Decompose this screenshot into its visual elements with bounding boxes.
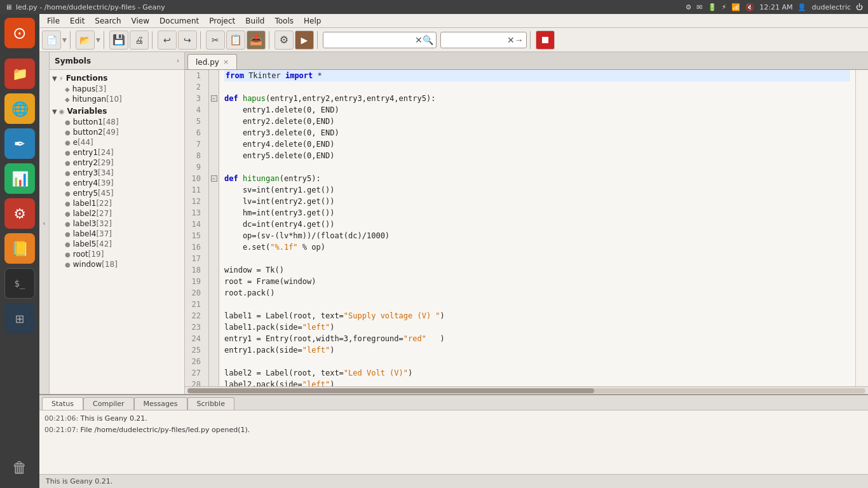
- menu-edit[interactable]: Edit: [65, 15, 90, 27]
- libreoffice-icon[interactable]: ✒: [4, 128, 35, 159]
- menu-tools[interactable]: Tools: [269, 15, 299, 27]
- tree-item-button1[interactable]: ● button1 [48]: [50, 117, 184, 127]
- menu-help[interactable]: Help: [299, 15, 326, 27]
- editor-tab-led-py[interactable]: led.py ×: [187, 54, 237, 69]
- redo-button[interactable]: ↪: [178, 30, 197, 50]
- trash-icon[interactable]: 🗑: [4, 452, 35, 483]
- code-line-26[interactable]: [224, 356, 850, 367]
- code-line-13[interactable]: hm=int(entry3.get()): [224, 207, 850, 219]
- copy-button[interactable]: 📋: [226, 30, 245, 50]
- cut-button[interactable]: ✂: [206, 30, 225, 50]
- tree-group-variables[interactable]: ▼ ◉ Variables: [50, 105, 184, 117]
- workspace-icon[interactable]: ⊞: [4, 303, 35, 334]
- tree-item-entry2[interactable]: ● entry2 [29]: [50, 158, 184, 168]
- tree-item-label3[interactable]: ● label3 [32]: [50, 219, 184, 229]
- code-line-19[interactable]: root = Frame(window): [224, 276, 850, 287]
- rednotebook-icon[interactable]: ⚙: [4, 198, 35, 229]
- code-line-3[interactable]: def hapus(entry1,entry2,entry3,entry4,en…: [224, 93, 850, 104]
- symbols-arrow[interactable]: ›: [177, 57, 179, 64]
- save-button[interactable]: 💾: [109, 30, 128, 50]
- tree-item-button2[interactable]: ● button2 [49]: [50, 127, 184, 137]
- run-button[interactable]: ▶: [295, 30, 314, 50]
- code-line-7[interactable]: entry4.delete(0,END): [224, 139, 850, 150]
- code-line-27[interactable]: label2 = Label(root, text="Led Volt (V)"…: [224, 367, 850, 379]
- tree-item-entry4[interactable]: ● entry4 [39]: [50, 178, 184, 188]
- code-line-2[interactable]: [224, 81, 850, 93]
- code-line-15[interactable]: op=(sv-(lv*hm))/(float(dc)/1000): [224, 230, 850, 241]
- menu-search[interactable]: Search: [90, 15, 126, 27]
- terminal-icon[interactable]: $_: [4, 268, 35, 299]
- tree-item-hapus[interactable]: ◆ hapus [3]: [50, 84, 184, 94]
- open-button[interactable]: 📂: [76, 30, 95, 50]
- code-line-18[interactable]: window = Tk(): [224, 264, 850, 276]
- search-input-2[interactable]: [444, 36, 507, 44]
- tree-item-label5[interactable]: ● label5 [42]: [50, 239, 184, 249]
- menu-document[interactable]: Document: [154, 15, 204, 27]
- compile-button[interactable]: ⚙: [275, 30, 294, 50]
- code-line-8[interactable]: entry5.delete(0,END): [224, 150, 850, 161]
- code-line-25[interactable]: entry1.pack(side="left"): [224, 344, 850, 356]
- tree-item-hitungan[interactable]: ◆ hitungan [10]: [50, 94, 184, 104]
- tree-item-entry3[interactable]: ● entry3 [34]: [50, 168, 184, 178]
- code-line-16[interactable]: e.set("%.1f" % op): [224, 241, 850, 253]
- menu-build[interactable]: Build: [240, 15, 269, 27]
- code-line-5[interactable]: entry2.delete(0,END): [224, 116, 850, 127]
- code-line-6[interactable]: entry3.delete(0, END): [224, 127, 850, 139]
- tree-item-label4[interactable]: ● label4 [37]: [50, 229, 184, 239]
- undo-button[interactable]: ↩: [158, 30, 177, 50]
- tab-scribble[interactable]: Scribble: [187, 397, 234, 410]
- code-line-12[interactable]: lv=int(entry2.get()): [224, 196, 850, 207]
- firefox-icon[interactable]: 🌐: [4, 93, 35, 124]
- tab-messages[interactable]: Messages: [134, 397, 187, 410]
- code-line-9[interactable]: [224, 161, 850, 173]
- tree-item-window[interactable]: ● window [18]: [50, 259, 184, 269]
- print-button[interactable]: 🖨: [130, 30, 149, 50]
- ubuntu-home-icon[interactable]: ⊙: [4, 18, 35, 48]
- tree-item-label1[interactable]: ● label1 [22]: [50, 198, 184, 208]
- code-line-21[interactable]: [224, 299, 850, 310]
- code-line-23[interactable]: label1.pack(side="left"): [224, 322, 850, 333]
- clear-search-1[interactable]: ✕: [415, 35, 423, 45]
- code-editor[interactable]: 1 2 3 4 5 6 7 8 9 10 11 12 13 14: [185, 70, 868, 386]
- panel-collapse-button[interactable]: ‹: [39, 52, 50, 394]
- tab-compiler[interactable]: Compiler: [83, 397, 134, 410]
- code-line-24[interactable]: entry1 = Entry(root,width=3,foreground="…: [224, 333, 850, 344]
- clear-search-2[interactable]: ✕: [507, 35, 515, 45]
- tree-group-functions[interactable]: ▼ ⚡ Functions: [50, 72, 184, 84]
- code-line-14[interactable]: dc=int(entry4.get()): [224, 219, 850, 230]
- code-line-11[interactable]: sv=int(entry1.get()): [224, 184, 850, 196]
- paste-button[interactable]: 📥: [247, 30, 266, 50]
- code-line-1[interactable]: from Tkinter import *: [224, 70, 850, 81]
- tree-item-e[interactable]: ● e [44]: [50, 137, 184, 147]
- calc-icon[interactable]: 📊: [4, 163, 35, 194]
- tab-close-button[interactable]: ×: [223, 58, 229, 66]
- code-line-17[interactable]: [224, 253, 850, 264]
- code-line-20[interactable]: root.pack(): [224, 287, 850, 299]
- mail-icon: ✉: [696, 3, 702, 11]
- code-line-22[interactable]: label1 = Label(root, text="Supply voltag…: [224, 310, 850, 322]
- files-icon[interactable]: 📁: [4, 58, 35, 89]
- menu-view[interactable]: View: [126, 15, 154, 27]
- search-box-1[interactable]: ✕ 🔍: [323, 32, 437, 48]
- fold-marker-10[interactable]: −: [211, 175, 217, 182]
- menu-project[interactable]: Project: [204, 15, 240, 27]
- search-go-1[interactable]: 🔍: [423, 35, 433, 45]
- notebook-icon[interactable]: 📒: [4, 233, 35, 264]
- search-go-2[interactable]: →: [515, 35, 524, 45]
- new-button[interactable]: 📄: [42, 30, 61, 50]
- tab-status[interactable]: Status: [42, 397, 83, 410]
- menu-file[interactable]: File: [42, 15, 65, 27]
- code-line-28[interactable]: label2.pack(side="left"): [224, 379, 850, 386]
- search-box-2[interactable]: ✕ →: [440, 32, 527, 48]
- entry5-label: entry5: [73, 189, 98, 198]
- stop-button[interactable]: ⏹: [536, 30, 555, 50]
- fold-marker-3[interactable]: −: [211, 95, 217, 102]
- tree-item-label2[interactable]: ● label2 [27]: [50, 208, 184, 219]
- search-input-1[interactable]: [326, 36, 415, 44]
- tree-item-root[interactable]: ● root [19]: [50, 249, 184, 259]
- tree-item-entry5[interactable]: ● entry5 [45]: [50, 188, 184, 198]
- tree-item-entry1[interactable]: ● entry1 [24]: [50, 147, 184, 158]
- code-line-4[interactable]: entry1.delete(0, END): [224, 104, 850, 116]
- code-line-10[interactable]: def hitungan(entry5):: [224, 173, 850, 184]
- code-content[interactable]: from Tkinter import * def hapus(entry1,e…: [219, 70, 855, 386]
